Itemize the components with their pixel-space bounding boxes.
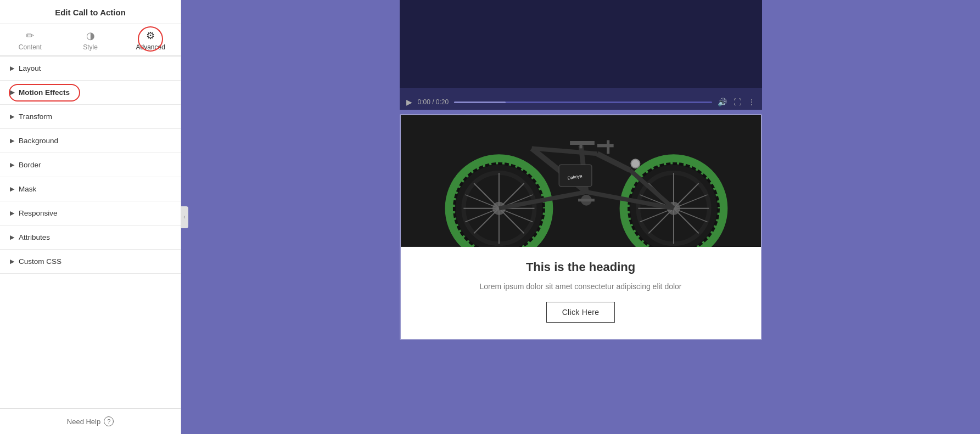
menu-item-mask[interactable]: ▶ Mask — [0, 177, 181, 201]
panel-footer[interactable]: Need Help ? — [0, 408, 181, 434]
menu-item-border[interactable]: ▶ Border — [0, 153, 181, 177]
help-icon[interactable]: ? — [104, 416, 114, 426]
progress-bar[interactable] — [454, 102, 712, 103]
chevron-border: ▶ — [10, 161, 14, 168]
time-display: 0:00 / 0:20 — [418, 98, 449, 106]
menu-item-motion-effects[interactable]: ▶ Motion Effects — [0, 81, 181, 105]
collapse-handle[interactable]: ‹ — [181, 206, 188, 228]
tab-content-label: Content — [19, 43, 42, 51]
video-player: ▶ 0:00 / 0:20 🔊 ⛶ ⋮ — [400, 0, 762, 110]
video-controls: ▶ 0:00 / 0:20 🔊 ⛶ ⋮ — [400, 94, 762, 110]
advanced-inner: ⚙ Advanced — [136, 30, 165, 51]
volume-icon[interactable]: 🔊 — [718, 98, 727, 106]
menu-item-custom-css[interactable]: ▶ Custom CSS — [0, 250, 181, 274]
cta-card: Dakeya This is the heading Lorem ipsum d… — [400, 114, 762, 340]
tab-style[interactable]: ◑ Style — [60, 24, 121, 55]
cta-body: This is the heading Lorem ipsum dolor si… — [401, 247, 761, 339]
menu-label-custom-css: Custom CSS — [19, 257, 61, 266]
chevron-motion: ▶ — [10, 89, 14, 96]
tab-content[interactable]: ✏ Content — [0, 24, 60, 55]
chevron-mask: ▶ — [10, 185, 14, 193]
menu-label-mask: Mask — [19, 185, 36, 193]
menu-item-transform[interactable]: ▶ Transform — [0, 105, 181, 129]
left-panel: Edit Call to Action ✏ Content ◑ Style ⚙ … — [0, 0, 181, 434]
menu-label-background: Background — [19, 137, 58, 145]
chevron-responsive: ▶ — [10, 210, 14, 217]
chevron-layout: ▶ — [10, 65, 14, 72]
cta-body-text: Lorem ipsum dolor sit amet consectetur a… — [479, 282, 681, 291]
progress-fill — [454, 102, 506, 103]
menu-item-layout[interactable]: ▶ Layout — [0, 57, 181, 81]
tab-style-label: Style — [83, 43, 98, 51]
menu-label-border: Border — [19, 161, 41, 169]
play-button[interactable]: ▶ — [406, 98, 412, 106]
more-options-icon[interactable]: ⋮ — [748, 98, 755, 106]
advanced-icon: ⚙ — [146, 30, 155, 42]
video-dark-area — [400, 0, 762, 88]
panel-title: Edit Call to Action — [0, 0, 181, 24]
menu-label-motion-effects: Motion Effects — [19, 88, 70, 97]
menu-section: ▶ Layout ▶ Motion Effects ▶ Transform ▶ … — [0, 57, 181, 408]
need-help-label: Need Help — [67, 418, 100, 426]
tab-bar: ✏ Content ◑ Style ⚙ Advanced — [0, 24, 181, 57]
menu-label-transform: Transform — [19, 112, 52, 121]
cta-image: Dakeya — [401, 115, 761, 247]
chevron-background: ▶ — [10, 137, 14, 144]
content-area: ▶ 0:00 / 0:20 🔊 ⛶ ⋮ — [181, 0, 980, 434]
bike-illustration: Dakeya — [401, 115, 761, 247]
style-icon: ◑ — [86, 30, 95, 42]
menu-label-responsive: Responsive — [19, 209, 58, 217]
tab-advanced[interactable]: ⚙ Advanced — [120, 24, 181, 55]
menu-item-background[interactable]: ▶ Background — [0, 129, 181, 153]
motion-ring-wrapper: Motion Effects — [19, 88, 70, 97]
tab-advanced-label: Advanced — [136, 43, 165, 51]
content-icon: ✏ — [26, 30, 34, 42]
video-right-controls: 🔊 ⛶ ⋮ — [718, 98, 755, 106]
fullscreen-icon[interactable]: ⛶ — [733, 98, 741, 106]
chevron-attributes: ▶ — [10, 234, 14, 241]
svg-point-34 — [631, 159, 640, 168]
menu-item-attributes[interactable]: ▶ Attributes — [0, 226, 181, 250]
cta-button[interactable]: Click Here — [546, 302, 615, 323]
menu-label-attributes: Attributes — [19, 233, 50, 241]
cta-heading: This is the heading — [526, 260, 635, 274]
menu-item-responsive[interactable]: ▶ Responsive — [0, 201, 181, 226]
chevron-transform: ▶ — [10, 113, 14, 120]
menu-label-layout: Layout — [19, 64, 41, 72]
chevron-custom-css: ▶ — [10, 258, 14, 265]
